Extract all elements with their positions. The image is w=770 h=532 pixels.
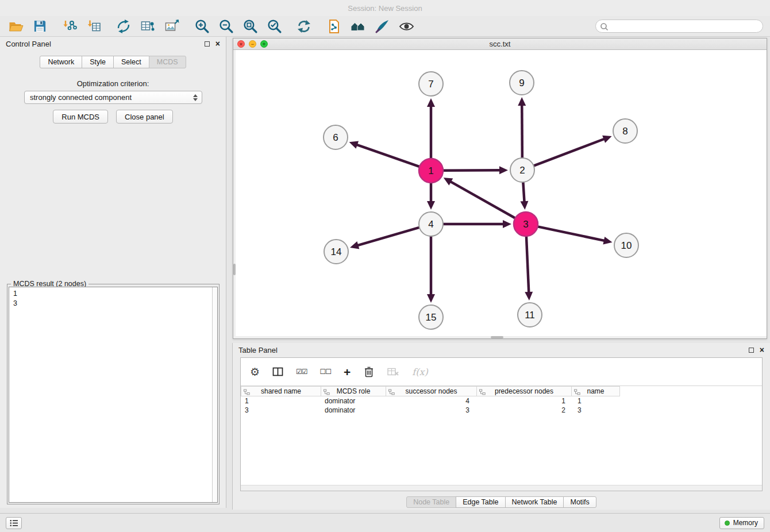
result-scrollbar[interactable] [212,287,217,502]
graph-node-label-9: 9 [519,78,524,88]
cell-name[interactable]: 1 [572,396,620,406]
close-table-panel-icon[interactable]: × [760,346,764,354]
network-graph[interactable]: 7968124314101511 [233,50,767,338]
table-row[interactable]: 1dominator411 [241,396,762,406]
graph-edge-3-10[interactable] [538,226,605,241]
graph-node-label-15: 15 [426,312,437,323]
save-session-icon[interactable] [31,18,48,35]
graph-edge-4-14[interactable] [357,228,419,246]
import-table-icon[interactable] [85,18,102,35]
float-table-panel-icon[interactable] [749,348,754,353]
float-panel-icon[interactable] [205,41,210,47]
graph-edge-arrow-3-11 [525,292,533,300]
cell-predecessor_nodes[interactable]: 2 [477,406,572,415]
column-header-shared-name[interactable]: shared name [241,386,321,396]
criterion-dropdown[interactable]: strongly connected component [24,91,202,104]
tab-network-table[interactable]: Network Table [505,496,564,508]
window-minimize-icon[interactable]: − [249,40,256,48]
table-panel-header: Table Panel × [233,343,770,357]
memory-status-icon [725,521,730,526]
graph-edge-1-2[interactable] [443,170,500,171]
network-horizontal-scrollbar[interactable] [233,336,767,338]
cell-predecessor_nodes[interactable]: 1 [477,396,572,406]
column-header-mcds-role[interactable]: MCDS role [321,386,386,396]
close-panel-button[interactable]: Close panel [116,110,173,124]
task-history-button[interactable] [6,517,22,529]
new-table-icon[interactable] [139,18,156,35]
graph-edge-2-8[interactable] [534,138,605,165]
column-header-successor-nodes[interactable]: successor nodes [386,386,477,396]
cell-successor_nodes[interactable]: 4 [386,396,477,406]
tab-motifs[interactable]: Motifs [563,496,596,508]
select-all-icon[interactable]: ☑☑ [296,368,307,376]
graph-node-label-8: 8 [622,126,627,137]
home-icon[interactable] [349,18,367,35]
graph-edge-3-1[interactable] [450,182,515,218]
search-input[interactable] [595,20,763,33]
add-column-icon[interactable]: + [344,366,351,378]
graph-edge-3-11[interactable] [526,236,529,293]
graph-edge-2-9[interactable] [522,105,522,158]
graph-node-label-11: 11 [525,310,535,321]
memory-button[interactable]: Memory [719,517,764,529]
session-network-icon[interactable] [325,18,342,35]
graph-edge-1-6[interactable] [356,145,419,167]
tab-edge-table[interactable]: Edge Table [456,496,505,508]
run-mcds-button[interactable]: Run MCDS [53,110,108,124]
control-panel: Control Panel × Network Style Select MCD… [0,37,226,508]
table-panel-tabs: Node Table Edge Table Network Table Moti… [233,496,770,508]
control-panel-tabs: Network Style Select MCDS [0,56,226,68]
style-paint-icon[interactable] [374,18,391,35]
cell-name[interactable]: 3 [572,406,620,415]
window-close-icon[interactable]: × [237,40,245,48]
graph-edge-2-3[interactable] [523,182,524,202]
cell-successor_nodes[interactable]: 3 [386,406,477,415]
import-network-icon[interactable] [61,18,78,35]
zoom-out-icon[interactable] [217,18,234,35]
delete-column-icon[interactable] [363,366,375,378]
eye-icon[interactable] [398,18,415,35]
zoom-fit-icon[interactable] [241,18,259,35]
network-vertical-scrollbar[interactable] [233,50,236,338]
zoom-selected-icon[interactable] [265,18,283,35]
window-title: Session: New Session [348,4,422,13]
titlebar: Session: New Session [0,0,770,16]
table-horizontal-scrollbar[interactable] [241,485,762,491]
cell-shared_name[interactable]: 1 [241,396,321,406]
criterion-dropdown-value: strongly connected component [30,93,132,102]
tab-mcds[interactable]: MCDS [149,56,186,68]
network-canvas[interactable]: 7968124314101511 [233,50,767,338]
cell-mcds_role[interactable]: dominator [321,406,386,415]
tab-network[interactable]: Network [40,56,82,68]
column-type-icon [244,389,250,395]
refresh-icon[interactable] [295,18,313,35]
mcds-result-item[interactable]: 3 [13,299,212,309]
graph-edge-arrow-1-2 [499,166,508,174]
deselect-all-icon[interactable]: ☐☐ [320,368,332,376]
tab-node-table[interactable]: Node Table [406,496,456,508]
table-settings-gear-icon[interactable]: ⚙ [250,367,260,377]
show-columns-icon[interactable] [272,367,283,377]
column-header-name[interactable]: name [571,386,620,396]
function-builder-icon: f(x) [412,367,428,377]
window-maximize-icon[interactable]: + [260,40,268,48]
cell-mcds_role[interactable]: dominator [321,396,386,406]
open-file-icon[interactable] [7,18,24,35]
graph-node-label-2: 2 [519,165,525,176]
graph-edge-arrow-4-15 [427,294,435,303]
new-network-icon[interactable] [115,18,132,35]
export-image-icon[interactable] [163,18,180,35]
graph-node-label-6: 6 [333,132,338,143]
cell-shared_name[interactable]: 3 [241,406,321,415]
column-header-predecessor-nodes[interactable]: predecessor nodes [476,386,572,396]
network-view-window: × − + scc.txt 7968124314101511 [233,38,767,339]
close-panel-icon[interactable]: × [215,40,220,48]
list-icon [10,519,18,527]
table-row[interactable]: 3dominator323 [241,406,762,415]
tab-select[interactable]: Select [113,56,149,68]
mcds-result-item[interactable]: 1 [13,289,212,299]
table-header-row: shared name MCDS role successor nodes pr… [241,385,762,396]
zoom-in-icon[interactable] [193,18,210,35]
tab-style[interactable]: Style [82,56,114,68]
mcds-result-list[interactable]: 1 3 [9,287,212,502]
